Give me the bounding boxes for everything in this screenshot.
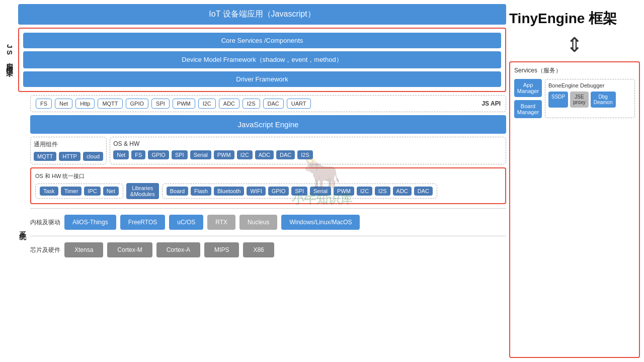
bone-jse-proxy: JSEproxy — [570, 92, 588, 108]
u-flash: Flash — [191, 187, 211, 196]
iot-bar: IoT 设备端应用（Javascript） — [18, 4, 506, 25]
separator1 — [30, 208, 506, 209]
api-chip-net: Net — [55, 99, 72, 109]
os-hw-chips: Net FS GPIO SPI Serial PWM I2C ADC DAC I… — [113, 150, 503, 159]
oshw-dac: DAC — [276, 150, 295, 159]
u-i2c: I2C — [357, 187, 372, 196]
bone-ssdp: SSDP — [548, 92, 568, 108]
hw-cortexm: Cortex-M — [107, 242, 152, 257]
api-chip-i2s: I2S — [243, 99, 260, 109]
os-hw-unified: OS 和 HW 统一接口 Task Timer IPC Net Librarie… — [30, 167, 506, 204]
kernel-row: 内核及驱动 AliOS-Things FreeRTOS uC/OS RTX Nu… — [30, 213, 506, 232]
os-hw-box: OS & HW Net FS GPIO SPI Serial PWM I2C A… — [110, 137, 506, 164]
js-app-section: Core Services /Components Device Model F… — [18, 28, 506, 92]
bone-chips-row: SSDP JSEproxy DbgDeamon — [548, 92, 631, 108]
u-wifi: WIFI — [247, 187, 265, 196]
common-os-row: 通用组件 MQTT HTTP cloud OS & HW Net FS GPIO — [30, 137, 506, 164]
oshw-i2s: I2S — [297, 150, 313, 159]
u-net: Net — [103, 187, 119, 196]
u-adc: ADC — [393, 187, 412, 196]
unified-group2: Board Flash Bluetooth WIFI GPIO SPI Seri… — [162, 184, 437, 199]
hw-x86: X86 — [243, 242, 274, 257]
system-label-col: 系统 — [18, 95, 27, 358]
kernel-windows: Windows/Linux/MacOS — [281, 215, 360, 230]
oshw-gpio: GPIO — [148, 150, 169, 159]
api-chip-spi: SPI — [151, 99, 170, 109]
api-chip-adc: ADC — [219, 99, 239, 109]
api-chip-mqtt: MQTT — [98, 99, 122, 109]
api-chip-fs: FS — [36, 99, 52, 109]
system-section: 系统 FS Net Http MQTT GPIO SPI PWM I2C ADC… — [18, 95, 506, 358]
oshw-pwm: PWM — [214, 150, 234, 159]
common-chips: MQTT HTTP cloud — [34, 152, 103, 161]
services-title: Services（服务） — [514, 66, 635, 75]
chip-hardware-row: 芯片及硬件 Xtensa Cortex-M Cortex-A MIPS X86 — [30, 240, 506, 259]
u-serial: Serial — [310, 187, 331, 196]
u-task: Task — [40, 187, 58, 196]
lib-modules: Libraries&Modules — [126, 183, 159, 199]
os-hw-unified-title: OS 和 HW 统一接口 — [35, 172, 501, 180]
u-timer: Timer — [61, 187, 82, 196]
common-box: 通用组件 MQTT HTTP cloud — [30, 137, 107, 164]
jsapi-row: FS Net Http MQTT GPIO SPI PWM I2C ADC I2… — [30, 95, 506, 112]
js-arrow: ↓ — [8, 69, 12, 79]
board-manager: BoardManager — [514, 100, 542, 118]
system-label: 系统 — [18, 225, 27, 229]
services-inner: AppManager BoardManager BoneEngine Debug… — [514, 79, 635, 118]
common-cloud: cloud — [83, 152, 103, 161]
u-i2s: I2S — [375, 187, 390, 196]
device-model-box: Device Model Framework（shadow，event，meth… — [23, 51, 501, 68]
separator2 — [30, 236, 506, 236]
app-manager: AppManager — [514, 79, 542, 97]
kernel-freertos: FreeRTOS — [120, 215, 166, 230]
app-board-col: AppManager BoardManager — [514, 79, 542, 118]
oshw-spi: SPI — [172, 150, 188, 159]
oshw-adc: ADC — [255, 150, 274, 159]
u-ipc: IPC — [84, 187, 100, 196]
js-app-label-col: JS应用框架 ↓ — [4, 4, 15, 358]
hw-cortexa: Cortex-A — [156, 242, 200, 257]
chip-hardware-label: 芯片及硬件 — [30, 246, 60, 254]
bone-dbg-deamon: DbgDeamon — [591, 92, 616, 108]
api-chip-gpio: GPIO — [126, 99, 149, 109]
api-chip-uart: UART — [287, 99, 311, 109]
common-title: 通用组件 — [34, 140, 103, 149]
hw-xtensa: Xtensa — [64, 242, 103, 257]
kernel-rtx: RTX — [207, 215, 235, 230]
kernel-label: 内核及驱动 — [30, 218, 60, 227]
api-chip-i2c: I2C — [198, 99, 216, 109]
tinyengine-title: TinyEngine 框架 — [509, 4, 640, 28]
oshw-fs: FS — [131, 150, 145, 159]
api-chip-pwm: PWM — [173, 99, 195, 109]
boneengine-box: BoneEngine Debugger SSDP JSEproxy DbgDea… — [545, 79, 635, 118]
driver-box: Driver Framework — [23, 71, 501, 87]
center-col: IoT 设备端应用（Javascript） Core Services /Com… — [18, 4, 506, 358]
system-content: FS Net Http MQTT GPIO SPI PWM I2C ADC I2… — [30, 95, 506, 358]
js-app-label: JS应用框架 — [5, 44, 14, 65]
hw-mips: MIPS — [204, 242, 239, 257]
unified-group1: Task Timer IPC Net — [35, 184, 123, 199]
api-chip-dac: DAC — [263, 99, 284, 109]
js-engine-bar: JavaScript Engine — [30, 115, 506, 134]
u-spi: SPI — [291, 187, 307, 196]
api-chip-http: Http — [75, 99, 95, 109]
kernel-nucleus: Nucleus — [239, 215, 277, 230]
kernel-alios: AliOS-Things — [64, 215, 116, 230]
right-arrow: ⇕ — [509, 33, 640, 56]
u-gpio: GPIO — [268, 187, 289, 196]
core-services-box: Core Services /Components — [23, 33, 501, 48]
oshw-i2c: I2C — [237, 150, 253, 159]
u-pwm: PWM — [334, 187, 354, 196]
u-dac: DAC — [414, 187, 433, 196]
kernel-ucos: uC/OS — [169, 215, 203, 230]
oshw-serial: Serial — [190, 150, 211, 159]
right-area: TinyEngine 框架 ⇕ Services（服务） AppManager … — [509, 4, 640, 358]
os-hw-title: OS & HW — [113, 140, 503, 147]
unified-chips-row: Task Timer IPC Net Libraries&Modules Boa… — [35, 183, 501, 199]
oshw-net: Net — [113, 150, 129, 159]
boneengine-title: BoneEngine Debugger — [548, 82, 631, 88]
u-board: Board — [167, 187, 188, 196]
services-box: Services（服务） AppManager BoardManager Bon… — [509, 61, 640, 358]
jsapi-label: JS API — [481, 100, 501, 107]
u-bluetooth: Bluetooth — [214, 187, 244, 196]
